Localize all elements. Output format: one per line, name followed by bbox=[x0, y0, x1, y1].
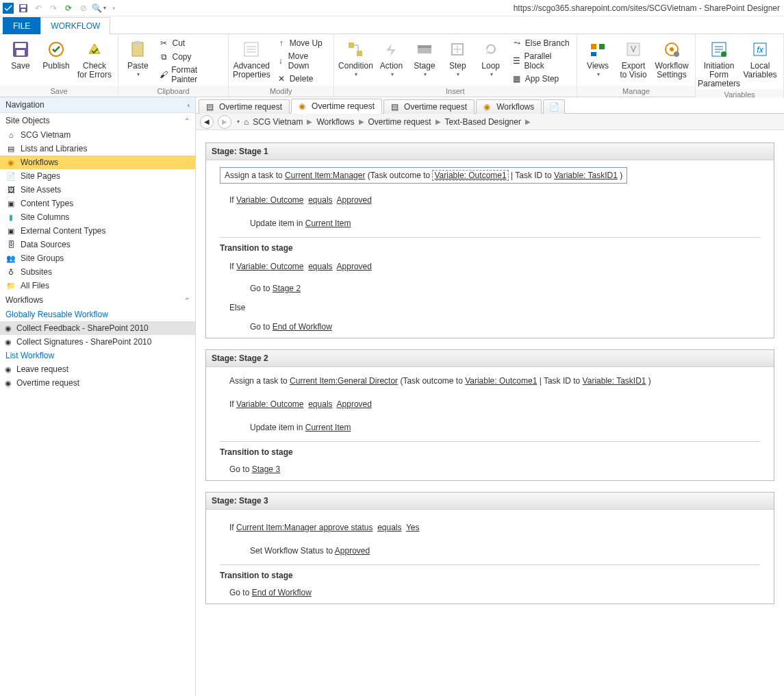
if-condition[interactable]: If Variable: Outcome equals Approved bbox=[220, 193, 760, 207]
stage-3-header[interactable]: Stage: Stage 3 bbox=[206, 493, 774, 510]
nav-item-siteassets[interactable]: 🖼Site Assets bbox=[0, 183, 195, 197]
views-button[interactable]: Views▾ bbox=[581, 36, 614, 78]
crumb-site[interactable]: SCG Vietnam bbox=[253, 117, 303, 127]
nav-item-external[interactable]: ▣External Content Types bbox=[0, 224, 195, 238]
publish-button[interactable]: Publish bbox=[40, 36, 73, 71]
export-visio-button[interactable]: VExport to Visio bbox=[617, 36, 650, 79]
stage-1[interactable]: Stage: Stage 1 Assign a task to Current … bbox=[205, 142, 774, 338]
stage-3[interactable]: Stage: Stage 3 If Current Item:Manager a… bbox=[205, 492, 774, 604]
save-icon[interactable] bbox=[16, 1, 30, 15]
stop-icon[interactable]: ⊘ bbox=[77, 1, 90, 15]
goto-action[interactable]: Go to End of Workflow bbox=[220, 586, 760, 599]
doctab-overtime-3[interactable]: ▤Overtime request bbox=[383, 99, 475, 114]
crumb-designer[interactable]: Text-Based Designer bbox=[445, 117, 521, 127]
assign-task-action[interactable]: Assign a task to Current Item:General Di… bbox=[220, 374, 760, 388]
nav-item-site[interactable]: ⌂SCG Vietnam bbox=[0, 128, 195, 142]
local-variables-button[interactable]: fxLocal Variables bbox=[741, 36, 779, 79]
workflow-collect-feedback[interactable]: ◉Collect Feedback - SharePoint 2010 bbox=[0, 321, 195, 335]
preview-icon[interactable]: 🔍▾ bbox=[92, 1, 105, 15]
app-step-button[interactable]: ▦App Step bbox=[509, 73, 572, 85]
nav-item-subsites[interactable]: ♁Subsites bbox=[0, 265, 195, 279]
parallel-block-button[interactable]: ☰Parallel Block bbox=[509, 51, 572, 71]
doctab-workflows[interactable]: ◉Workflows bbox=[476, 99, 542, 114]
nav-forward-button[interactable]: ▶ bbox=[218, 115, 231, 129]
chevron-up-icon[interactable]: ⌃ bbox=[184, 297, 190, 304]
crumb-overtime[interactable]: Overtime request bbox=[368, 117, 431, 127]
workflow-settings-button[interactable]: Workflow Settings bbox=[653, 36, 691, 79]
doctab-new[interactable]: 📄 bbox=[543, 99, 565, 114]
if-var-link[interactable]: Variable: Outcome bbox=[236, 195, 304, 205]
list-workflow-header[interactable]: List Workflow bbox=[0, 349, 195, 362]
update-item-action[interactable]: Update item in Current Item bbox=[220, 216, 760, 230]
globally-reusable-header[interactable]: Globally Reusable Workflow bbox=[0, 308, 195, 321]
nav-item-contenttypes[interactable]: ▣Content Types bbox=[0, 197, 195, 210]
nav-back-button[interactable]: ◀ bbox=[200, 115, 214, 129]
nav-item-workflows[interactable]: ◉Workflows bbox=[0, 156, 195, 169]
move-up-button[interactable]: ↑Move Up bbox=[273, 37, 329, 49]
update-item-action[interactable]: Update item in Current Item bbox=[220, 421, 760, 434]
advanced-properties-button[interactable]: Advanced Properties bbox=[233, 36, 270, 79]
site-objects-header[interactable]: Site Objects⌃ bbox=[0, 113, 195, 128]
nav-item-lists[interactable]: ▤Lists and Libraries bbox=[0, 142, 195, 156]
chevron-up-icon[interactable]: ⌃ bbox=[184, 117, 190, 125]
paste-button[interactable]: Paste▾ bbox=[123, 36, 153, 78]
undo-icon[interactable]: ↶ bbox=[31, 1, 45, 15]
history-dropdown-icon[interactable]: ▾ bbox=[237, 119, 240, 125]
assign-user-link[interactable]: Current Item:Manager bbox=[285, 171, 365, 180]
nav-item-sitegroups[interactable]: 👥Site Groups bbox=[0, 251, 195, 265]
customize-qat-icon[interactable]: ▾ bbox=[107, 1, 121, 15]
stage-2[interactable]: Stage: Stage 2 Assign a task to Current … bbox=[205, 349, 774, 481]
copy-button[interactable]: ⧉Copy bbox=[155, 51, 224, 63]
step-button[interactable]: Step▾ bbox=[442, 36, 472, 78]
delete-button[interactable]: ✕Delete bbox=[273, 73, 329, 85]
goto-link[interactable]: End of Workflow bbox=[273, 322, 332, 332]
save-button[interactable]: Save bbox=[4, 36, 37, 71]
move-down-button[interactable]: ↓Move Down bbox=[273, 51, 329, 71]
doctab-overtime-2[interactable]: ◉Overtime request bbox=[291, 99, 382, 114]
nav-item-datasources[interactable]: 🗄Data Sources bbox=[0, 238, 195, 251]
action-button[interactable]: Action▾ bbox=[376, 36, 406, 78]
value-link[interactable]: Approved bbox=[337, 195, 372, 205]
condition-button[interactable]: Condition▾ bbox=[338, 36, 374, 78]
format-painter-button[interactable]: 🖌Format Painter bbox=[155, 64, 224, 85]
tab-file[interactable]: FILE bbox=[3, 17, 40, 34]
workflow-leave-request[interactable]: ◉Leave request bbox=[0, 362, 195, 376]
update-link[interactable]: Current Item bbox=[305, 219, 351, 228]
redo-icon[interactable]: ↷ bbox=[47, 1, 60, 15]
goto-action[interactable]: Go to Stage 3 bbox=[220, 462, 760, 476]
cut-button[interactable]: ✂Cut bbox=[155, 37, 224, 49]
check-errors-button[interactable]: Check for Errors bbox=[75, 36, 114, 79]
goto-link[interactable]: Stage 2 bbox=[273, 284, 301, 293]
stage-1-header[interactable]: Stage: Stage 1 bbox=[206, 143, 774, 160]
folder-icon: 📁 bbox=[5, 280, 16, 291]
workflow-collect-signatures[interactable]: ◉Collect Signatures - SharePoint 2010 bbox=[0, 335, 195, 349]
workflow-canvas[interactable]: Stage: Stage 1 Assign a task to Current … bbox=[196, 130, 784, 696]
doctab-overtime-1[interactable]: ▤Overtime request bbox=[199, 99, 290, 114]
stage-2-header[interactable]: Stage: Stage 2 bbox=[206, 350, 774, 367]
else-branch-button[interactable]: ⤳Else Branch bbox=[509, 37, 572, 49]
outcome-var-link[interactable]: Variable: Outcome1 bbox=[432, 170, 508, 181]
nav-item-sitecolumns[interactable]: ▮Site Columns bbox=[0, 210, 195, 224]
loop-button[interactable]: Loop▾ bbox=[475, 36, 505, 78]
assign-task-action[interactable]: Assign a task to Current Item:Manager (T… bbox=[220, 167, 627, 184]
workflow-overtime-request[interactable]: ◉Overtime request bbox=[0, 376, 195, 390]
taskid-var-link[interactable]: Variable: TaskID1 bbox=[554, 171, 618, 180]
nav-item-allfiles[interactable]: 📁All Files bbox=[0, 279, 195, 293]
initiation-params-button[interactable]: Initiation Form Parameters bbox=[700, 36, 738, 89]
stage-button[interactable]: Stage▾ bbox=[409, 36, 440, 78]
if-condition[interactable]: If Variable: Outcome equals Approved bbox=[220, 397, 760, 411]
collapse-icon[interactable]: ‹ bbox=[188, 101, 190, 109]
crumb-workflows[interactable]: Workflows bbox=[316, 117, 354, 127]
nav-item-sitepages[interactable]: 📄Site Pages bbox=[0, 169, 195, 183]
navigation-header[interactable]: Navigation‹ bbox=[0, 97, 195, 113]
goto-action[interactable]: Go to Stage 2 bbox=[220, 282, 760, 295]
if-condition[interactable]: If Current Item:Manager approve status e… bbox=[220, 521, 760, 534]
if-condition-2[interactable]: If Variable: Outcome equals Approved bbox=[220, 260, 760, 273]
set-status-action[interactable]: Set Workflow Status to Approved bbox=[220, 544, 760, 558]
tab-workflow[interactable]: WORKFLOW bbox=[40, 17, 110, 34]
refresh-icon[interactable]: ⟳ bbox=[62, 1, 75, 15]
equals-link[interactable]: equals bbox=[308, 195, 332, 205]
else-branch[interactable]: Else bbox=[220, 301, 760, 314]
goto-action-2[interactable]: Go to End of Workflow bbox=[220, 320, 760, 334]
workflows-section-header[interactable]: Workflows⌃ bbox=[0, 293, 195, 308]
